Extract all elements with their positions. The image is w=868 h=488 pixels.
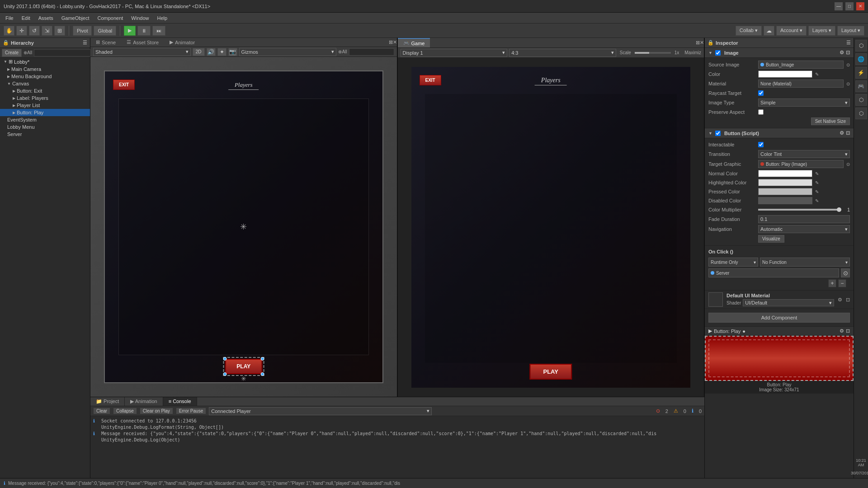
image-type-dropdown[interactable]: Simple ▾ <box>758 99 850 107</box>
tool-scale[interactable]: ⇲ <box>42 26 52 36</box>
button-enable-checkbox[interactable] <box>715 131 721 136</box>
global-button[interactable]: Global <box>94 26 116 36</box>
menu-assets[interactable]: Assets <box>35 14 57 22</box>
cloud-button[interactable]: ☁ <box>764 26 774 36</box>
interactable-checkbox[interactable] <box>758 142 764 147</box>
scene-view[interactable]: EXIT Players ✳ PLAY <box>90 57 397 397</box>
tab-console[interactable]: ≡ Console <box>163 397 197 406</box>
layout-button[interactable]: Layout ▾ <box>837 26 864 36</box>
hierarchy-item-lobby[interactable]: ▼ ⊞ Lobby* <box>0 58 90 66</box>
color-edit-icon[interactable]: ✎ <box>815 72 819 77</box>
fade-duration-input[interactable] <box>758 215 850 223</box>
tool-hand[interactable]: ✋ <box>4 26 14 36</box>
hierarchy-item-eventsystem[interactable]: EventSystem <box>0 116 90 123</box>
pause-button[interactable]: ⏸ <box>137 26 151 36</box>
game-close-btn[interactable]: ✕ <box>700 38 704 47</box>
animator-tab[interactable]: ▶ Animator <box>164 38 200 47</box>
hierarchy-search-input[interactable] <box>34 49 96 56</box>
material-edit-icon[interactable]: ⊡ <box>846 297 850 303</box>
raycast-checkbox[interactable] <box>758 90 764 96</box>
right-tool-5[interactable]: ⬡ <box>855 94 867 106</box>
connected-player-dropdown[interactable]: Connected Player ▾ <box>209 407 432 415</box>
server-field[interactable]: Server <box>708 268 839 277</box>
image-edit-icon[interactable]: ⊡ <box>846 50 850 56</box>
maximize-button[interactable]: □ <box>845 2 854 10</box>
hierarchy-item-server[interactable]: Server <box>0 131 90 138</box>
hierarchy-item-button-exit[interactable]: ▶ Button: Exit <box>0 87 90 94</box>
right-tool-6[interactable]: ⬡ <box>855 108 867 119</box>
2d-button[interactable]: 2D <box>193 48 205 56</box>
pressed-color-edit[interactable]: ✎ <box>815 189 819 194</box>
image-collapse-icon[interactable]: ▼ <box>708 51 712 55</box>
inspector-settings-icon[interactable]: ☰ <box>846 40 851 46</box>
right-tool-1[interactable]: ⬡ <box>855 40 867 52</box>
add-component-btn[interactable]: Add Component <box>708 313 850 323</box>
menu-gameobject[interactable]: GameObject <box>58 14 93 22</box>
set-native-size-btn[interactable]: Set Native Size <box>811 117 850 125</box>
right-tool-4[interactable]: 🎮 <box>855 80 867 92</box>
game-tab[interactable]: 🎮 Game <box>398 38 430 47</box>
material-gear-icon[interactable]: ⚙ <box>838 297 842 303</box>
gizmos-dropdown[interactable]: Gizmos ▾ <box>239 48 337 56</box>
clear-btn[interactable]: Clear <box>93 408 110 414</box>
game-view[interactable]: EXIT Players PLAY <box>398 58 704 397</box>
hierarchy-item-lobbymenu[interactable]: Lobby Menu <box>0 123 90 131</box>
hierarchy-item-menubackground[interactable]: ▶ Menu Background <box>0 73 90 80</box>
aspect-dropdown[interactable]: 4:3 ▾ <box>509 49 616 57</box>
highlighted-color-swatch[interactable] <box>758 179 812 186</box>
error-pause-btn[interactable]: Error Pause <box>176 408 206 414</box>
pressed-color-swatch[interactable] <box>758 188 812 195</box>
material-field[interactable]: None (Material) <box>758 80 844 88</box>
navigation-dropdown[interactable]: Automatic ▾ <box>758 225 850 233</box>
server-target-btn[interactable]: ⊙ <box>841 268 850 277</box>
image-enable-checkbox[interactable] <box>715 50 721 56</box>
tool-move[interactable]: ✛ <box>16 26 27 36</box>
preserve-aspect-checkbox[interactable] <box>758 109 764 115</box>
color-multiplier-slider[interactable] <box>758 209 839 211</box>
disabled-color-swatch[interactable] <box>758 197 812 204</box>
image-gear-icon[interactable]: ⚙ <box>840 50 844 56</box>
menu-window[interactable]: Window <box>127 14 152 22</box>
target-graphic-target-icon[interactable]: ⊙ <box>846 162 850 167</box>
normal-color-edit[interactable]: ✎ <box>815 171 819 176</box>
pivot-button[interactable]: Pivot <box>73 26 92 36</box>
scale-slider[interactable] <box>635 52 671 54</box>
material-target-icon[interactable]: ⊙ <box>846 81 850 86</box>
preview-gear[interactable]: ⚙ <box>840 328 844 334</box>
hierarchy-item-label-players[interactable]: ▶ Label: Players <box>0 94 90 102</box>
account-button[interactable]: Account ▾ <box>776 26 807 36</box>
visualize-btn[interactable]: Visualize <box>758 235 784 243</box>
console-row-3[interactable]: ℹ Message received: {"you":4,"state":{"s… <box>93 431 702 437</box>
collab-button[interactable]: Collab ▾ <box>736 26 762 36</box>
step-button[interactable]: ⏭ <box>152 26 165 36</box>
game-maximize-btn[interactable]: ⊠ <box>696 38 700 47</box>
button-edit-icon[interactable]: ⊡ <box>846 130 850 136</box>
target-graphic-field[interactable]: Button: Play (Image) <box>758 160 844 168</box>
tool-rect[interactable]: ⊞ <box>54 26 65 36</box>
tool-rotate[interactable]: ↺ <box>29 26 40 36</box>
preview-settings[interactable]: ⊡ <box>846 328 850 334</box>
menu-edit[interactable]: Edit <box>18 14 34 22</box>
tab-animation[interactable]: ▶ Animation <box>125 397 163 406</box>
menu-component[interactable]: Component <box>94 14 127 22</box>
console-row-1[interactable]: ℹ Socket connected to 127.0.0.1:23456 <box>93 418 702 424</box>
layers-button[interactable]: Layers ▾ <box>808 26 835 36</box>
button-gear-icon[interactable]: ⚙ <box>840 130 844 136</box>
transition-dropdown[interactable]: Color Tint ▾ <box>758 150 850 158</box>
fx-button[interactable]: ✦ <box>217 48 226 56</box>
right-tool-3[interactable]: ⚡ <box>855 67 867 79</box>
play-button[interactable]: ▶ <box>124 26 136 36</box>
clear-on-play-btn[interactable]: Clear on Play <box>140 408 173 414</box>
asset-store-tab[interactable]: ☰ Asset Store <box>121 38 164 47</box>
button-collapse-icon[interactable]: ▼ <box>708 131 712 136</box>
plus-btn[interactable]: + <box>828 279 836 287</box>
tab-project[interactable]: 📁 Project <box>90 397 125 406</box>
console-row-4[interactable]: UnityEngine.Debug.Log(Object) <box>93 437 702 443</box>
runtime-only-dropdown[interactable]: Runtime Only ▾ <box>708 258 758 267</box>
hierarchy-item-maincamera[interactable]: ▶ Main Camera <box>0 66 90 73</box>
preview-arrow[interactable]: ▶ <box>708 328 712 334</box>
shading-dropdown[interactable]: Shaded ▾ <box>93 48 191 56</box>
hierarchy-item-canvas[interactable]: ▼ Canvas <box>0 80 90 87</box>
source-image-target-icon[interactable]: ⊙ <box>846 62 850 67</box>
scene-search-input[interactable] <box>349 48 394 56</box>
